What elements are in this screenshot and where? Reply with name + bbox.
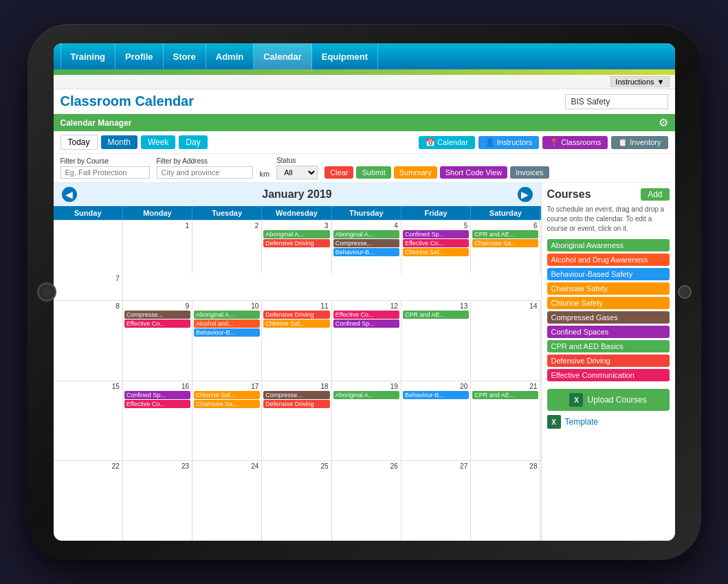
event-chip[interactable]: Behaviour-B... <box>194 328 260 337</box>
event-chip[interactable]: Compresse... <box>263 391 329 399</box>
calendar-cell[interactable]: 6CPR and AE...Chainsaw Sa... <box>471 221 540 273</box>
calendar-cell[interactable]: 4Aboriginal A...Compresse...Behaviour-B.… <box>332 221 401 273</box>
instructors-button[interactable]: 👤 Instructors <box>478 136 539 149</box>
calendar-cell[interactable]: 2 <box>192 221 262 273</box>
course-item[interactable]: Aboriginal Awareness <box>547 239 670 251</box>
event-chip[interactable]: Chlorine Saf... <box>194 391 260 399</box>
event-chip[interactable]: Alcohol and... <box>194 319 260 328</box>
event-chip[interactable]: Confined Sp... <box>333 319 399 328</box>
today-button[interactable]: Today <box>60 135 98 150</box>
event-chip[interactable]: Chlorine Saf... <box>403 248 469 256</box>
event-chip[interactable]: Defensive Driving <box>263 400 329 408</box>
course-item[interactable]: Effective Communication <box>547 369 670 381</box>
event-chip[interactable]: Effective Co... <box>124 319 190 328</box>
cell-date-number: 13 <box>403 302 469 310</box>
event-chip[interactable]: Behaviour-B... <box>403 391 469 399</box>
course-filter-input[interactable] <box>60 166 150 179</box>
calendar-cell[interactable]: 27 <box>401 461 471 541</box>
event-chip[interactable]: CPR and AE... <box>472 230 538 238</box>
upload-courses-button[interactable]: X Upload Courses <box>547 389 670 411</box>
course-item[interactable]: CPR and AED Basics <box>547 340 670 352</box>
nav-training[interactable]: Training <box>60 43 116 69</box>
invoices-button[interactable]: Invoices <box>510 166 549 179</box>
week-button[interactable]: Week <box>141 135 175 149</box>
event-chip[interactable]: Confined Sp... <box>403 230 469 238</box>
calendar-cell[interactable]: 23 <box>123 461 192 541</box>
course-item[interactable]: Defensive Driving <box>547 355 670 367</box>
event-chip[interactable]: Defensive Driving <box>263 311 329 319</box>
next-month-button[interactable]: ▶ <box>518 187 533 202</box>
classrooms-button[interactable]: 📍 Classrooms <box>542 136 608 149</box>
calendar-cell[interactable]: 9Compresse...Effective Co... <box>123 301 192 381</box>
address-filter-input[interactable] <box>157 166 253 179</box>
calendar-view-button[interactable]: 📅 Calendar <box>419 136 475 149</box>
event-chip[interactable]: Chlorine Saf... <box>263 319 329 328</box>
event-chip[interactable]: CPR and AE... <box>472 391 538 399</box>
event-chip[interactable]: Effective Co... <box>333 311 399 319</box>
course-item[interactable]: Compressed Gases <box>547 311 670 324</box>
instructions-button[interactable]: Instructions ▼ <box>610 76 669 87</box>
prev-month-button[interactable]: ◀ <box>62 187 77 202</box>
course-item[interactable]: Alcohol and Drug Awareness <box>547 254 670 266</box>
calendar-cell[interactable]: 13CPR and AE... <box>401 301 471 381</box>
calendar-cell[interactable]: 11Defensive DrivingChlorine Saf... <box>262 301 331 381</box>
event-chip[interactable]: Aboriginal A... <box>333 230 399 238</box>
event-chip[interactable]: Confined Sp... <box>124 391 190 399</box>
nav-profile[interactable]: Profile <box>115 43 163 69</box>
month-button[interactable]: Month <box>101 135 137 149</box>
calendar-cell[interactable]: 14 <box>471 301 540 381</box>
inventory-icon: 📋 <box>618 138 628 147</box>
event-chip[interactable]: Behaviour-B... <box>333 248 399 256</box>
nav-admin[interactable]: Admin <box>206 43 254 69</box>
calendar-cell[interactable]: 26 <box>332 461 401 541</box>
calendar-cell[interactable]: 10Aboriginal A...Alcohol and...Behaviour… <box>192 301 262 381</box>
calendar-cell[interactable]: 1 <box>123 221 192 273</box>
event-chip[interactable]: Defensive Driving <box>263 239 329 247</box>
day-button[interactable]: Day <box>179 135 207 149</box>
event-chip[interactable]: Compresse... <box>124 311 190 319</box>
event-chip[interactable]: Effective Co... <box>403 239 469 247</box>
event-chip[interactable]: Chainsaw Sa... <box>472 239 538 247</box>
calendar-cell[interactable]: 18Compresse...Defensive Driving <box>262 381 331 461</box>
shortcode-button[interactable]: Short Code View <box>440 166 507 179</box>
calendar-cell[interactable]: 8 <box>54 301 123 381</box>
inventory-button[interactable]: 📋 Inventory <box>611 136 668 149</box>
course-item[interactable]: Confined Spaces <box>547 326 670 338</box>
calendar-cell[interactable]: 5Confined Sp...Effective Co...Chlorine S… <box>401 221 471 273</box>
event-chip[interactable]: Aboriginal A... <box>333 391 399 399</box>
calendar-cell[interactable]: 19Aboriginal A... <box>332 381 401 461</box>
nav-equipment[interactable]: Equipment <box>312 43 378 69</box>
course-item[interactable]: Chlorine Safety <box>547 297 670 309</box>
event-chip[interactable]: Aboriginal A... <box>263 230 329 238</box>
submit-button[interactable]: Submit <box>356 166 390 179</box>
event-chip[interactable]: Compresse... <box>333 239 399 247</box>
course-item[interactable]: Behaviour-Based Safety <box>547 268 670 280</box>
event-chip[interactable]: Chainsaw Sa... <box>194 400 260 408</box>
calendar-cell[interactable]: 24 <box>192 461 262 541</box>
summary-button[interactable]: Summary <box>394 166 437 179</box>
calendar-cell[interactable]: 22 <box>54 461 123 541</box>
event-chip[interactable]: CPR and AE... <box>403 311 469 319</box>
template-link[interactable]: X Template <box>547 415 670 429</box>
calendar-cell[interactable]: 25 <box>262 461 331 541</box>
status-select[interactable]: All <box>276 166 318 179</box>
calendar-cell[interactable]: 15 <box>54 381 123 461</box>
clear-button[interactable]: Clear <box>324 166 353 179</box>
add-course-button[interactable]: Add <box>641 188 669 201</box>
company-input[interactable] <box>565 94 668 109</box>
calendar-cell[interactable]: 12Effective Co...Confined Sp... <box>332 301 401 381</box>
calendar-cell[interactable]: 7 <box>54 273 123 300</box>
course-item[interactable]: Chainsaw Safety <box>547 282 670 295</box>
calendar-cell[interactable]: 16Confined Sp...Effective Co... <box>123 381 192 461</box>
nav-calendar[interactable]: Calendar <box>254 43 312 69</box>
event-chip[interactable]: Effective Co... <box>124 400 190 408</box>
calendar-cell[interactable]: 28 <box>471 461 540 541</box>
calendar-cell[interactable]: 17Chlorine Saf...Chainsaw Sa... <box>192 381 262 461</box>
nav-store[interactable]: Store <box>164 43 206 69</box>
calendar-cell[interactable] <box>54 221 123 273</box>
calendar-cell[interactable]: 21CPR and AE... <box>471 381 540 461</box>
event-chip[interactable]: Aboriginal A... <box>194 311 260 319</box>
settings-icon[interactable]: ⚙ <box>659 116 668 129</box>
calendar-cell[interactable]: 3Aboriginal A...Defensive Driving <box>262 221 331 273</box>
calendar-cell[interactable]: 20Behaviour-B... <box>401 381 471 461</box>
